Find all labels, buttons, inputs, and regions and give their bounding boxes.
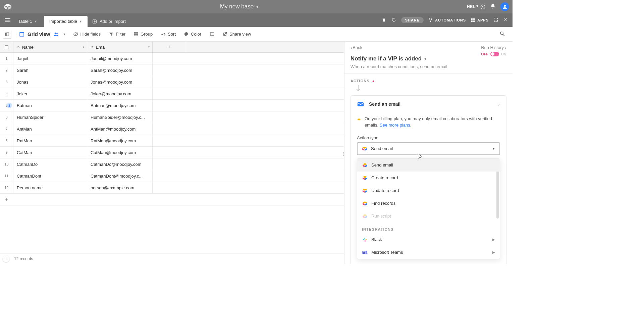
row-number[interactable]: 8 bbox=[0, 135, 13, 146]
table-tab-1[interactable]: Table 1 ▼ bbox=[13, 16, 43, 27]
panel-resize-handle[interactable] bbox=[343, 152, 344, 160]
row-number[interactable]: 6 bbox=[0, 111, 13, 123]
row-number[interactable]: 1 bbox=[0, 53, 13, 64]
cell-email[interactable]: Batman@moodjoy.com bbox=[87, 100, 153, 111]
run-history-button[interactable]: Run History › bbox=[481, 45, 506, 50]
cell-name[interactable]: Person name bbox=[13, 182, 87, 193]
cell-email[interactable]: CatmanDo@moodjoy.com bbox=[87, 158, 153, 170]
view-switcher[interactable]: Grid view ▼ bbox=[16, 29, 68, 39]
tab-label: Imported table bbox=[49, 19, 77, 24]
color-button[interactable]: Color bbox=[180, 30, 205, 39]
cell-email[interactable]: Sarah@moodjoy.com bbox=[87, 64, 153, 76]
share-button[interactable]: SHARE bbox=[401, 17, 424, 23]
base-title[interactable]: My new base ▼ bbox=[12, 3, 467, 10]
row-number[interactable]: 7 bbox=[0, 123, 13, 135]
table-row[interactable]: 3JonasJonas@moodjoy.com bbox=[0, 76, 344, 88]
cell-name[interactable]: CatmanDont bbox=[13, 170, 87, 182]
table-row[interactable]: 10CatmanDoCatmanDo@moodjoy.com bbox=[0, 158, 344, 170]
search-button[interactable] bbox=[495, 31, 510, 38]
cell-name[interactable]: Sarah bbox=[13, 64, 87, 76]
table-row[interactable]: 4JokerJoker@moodjoy.com bbox=[0, 88, 344, 100]
menu-item-ms-teams[interactable]: T Microsoft Teams ▶ bbox=[357, 246, 500, 259]
cell-name[interactable]: CatMan bbox=[13, 147, 87, 158]
cell-email[interactable]: person@example.com bbox=[87, 182, 153, 193]
row-number[interactable]: 2 bbox=[0, 64, 13, 76]
table-row[interactable]: 6HumanSpiderHumanSpider@moodjoy.c... bbox=[0, 111, 344, 123]
action-card-header[interactable]: Send an email ⌄ bbox=[351, 96, 506, 112]
app-logo[interactable] bbox=[3, 2, 12, 11]
svg-point-5 bbox=[504, 5, 506, 7]
table-row[interactable]: 9CatManCatMan@moodjoy.com bbox=[0, 147, 344, 158]
svg-marker-39 bbox=[365, 148, 367, 151]
table-row[interactable]: 52BatmanBatman@moodjoy.com bbox=[0, 100, 344, 111]
row-number[interactable]: 12 bbox=[0, 182, 13, 193]
user-avatar[interactable] bbox=[500, 2, 509, 11]
cell-email[interactable]: HumanSpider@moodjoy.c... bbox=[87, 111, 153, 123]
row-number[interactable]: 9 bbox=[0, 147, 13, 158]
menu-item-run-script[interactable]: Run script bbox=[357, 210, 500, 223]
trash-icon[interactable] bbox=[381, 17, 386, 23]
cell-email[interactable]: RatMan@moodjoy.com bbox=[87, 135, 153, 146]
table-row[interactable]: 1JaquilJaquil@moodjoy.com bbox=[0, 53, 344, 64]
row-height-button[interactable] bbox=[206, 30, 218, 39]
automations-button[interactable]: AUTOMATIONS bbox=[428, 18, 466, 22]
menu-item-send-email[interactable]: Send email bbox=[357, 159, 500, 172]
back-button[interactable]: ‹ Back bbox=[351, 45, 362, 50]
select-all-checkbox[interactable] bbox=[0, 42, 13, 52]
menu-item-create-record[interactable]: Create record bbox=[357, 172, 500, 184]
apps-button[interactable]: APPS bbox=[471, 18, 489, 22]
column-header-email[interactable]: A Email ▼ bbox=[87, 42, 153, 52]
expand-icon[interactable] bbox=[493, 17, 498, 23]
comment-badge[interactable]: 2 bbox=[7, 103, 12, 108]
cell-name[interactable]: RatMan bbox=[13, 135, 87, 146]
close-icon[interactable] bbox=[503, 17, 508, 23]
cell-name[interactable]: CatmanDo bbox=[13, 158, 87, 170]
action-type-select[interactable]: Send email ▼ bbox=[357, 142, 500, 155]
filter-button[interactable]: Filter bbox=[105, 30, 129, 39]
cell-name[interactable]: AntMan bbox=[13, 123, 87, 135]
menu-item-update-record[interactable]: Update record bbox=[357, 184, 500, 197]
menu-item-find-records[interactable]: Find records bbox=[357, 197, 500, 210]
cell-email[interactable]: Joker@moodjoy.com bbox=[87, 88, 153, 99]
table-row[interactable]: 12Person nameperson@example.com bbox=[0, 182, 344, 194]
hide-fields-button[interactable]: Hide fields bbox=[70, 30, 104, 39]
help-button[interactable]: HELP ? bbox=[467, 4, 485, 9]
row-number[interactable]: 3 bbox=[0, 76, 13, 88]
see-more-plans-link[interactable]: See more plans bbox=[380, 123, 410, 128]
sort-button[interactable]: Sort bbox=[157, 30, 179, 39]
row-number[interactable]: 11 bbox=[0, 170, 13, 182]
add-row[interactable]: + bbox=[0, 194, 344, 205]
history-icon[interactable] bbox=[391, 17, 396, 23]
row-number[interactable]: 52 bbox=[0, 100, 13, 111]
table-row[interactable]: 8RatManRatMan@moodjoy.com bbox=[0, 135, 344, 147]
cell-email[interactable]: CatmanDont@moodjoy.c... bbox=[87, 170, 153, 182]
share-view-button[interactable]: Share view bbox=[219, 30, 254, 39]
table-row[interactable]: 7AntManAntMan@moodjoy.com bbox=[0, 123, 344, 135]
cell-name[interactable]: HumanSpider bbox=[13, 111, 87, 123]
cell-name[interactable]: Batman bbox=[13, 100, 87, 111]
cell-name[interactable]: Joker bbox=[13, 88, 87, 99]
cell-email[interactable]: AntMan@moodjoy.com bbox=[87, 123, 153, 135]
column-header-name[interactable]: A Name ▼ bbox=[13, 42, 87, 52]
add-record-fab[interactable]: + bbox=[3, 255, 9, 262]
automation-toggle[interactable] bbox=[490, 52, 499, 56]
cell-name[interactable]: Jaquil bbox=[13, 53, 87, 64]
main-menu-icon[interactable] bbox=[3, 13, 13, 27]
table-tab-imported[interactable]: Imported table ▼ bbox=[44, 16, 88, 27]
automation-title[interactable]: Notify me if a VIP is added ▼ bbox=[351, 55, 427, 62]
menu-item-slack[interactable]: Slack ▶ bbox=[357, 233, 500, 246]
group-button[interactable]: Group bbox=[130, 30, 156, 39]
toggle-sidebar-button[interactable] bbox=[3, 30, 11, 39]
add-column-button[interactable]: + bbox=[153, 42, 186, 52]
row-number[interactable]: 4 bbox=[0, 88, 13, 99]
cell-email[interactable]: Jonas@moodjoy.com bbox=[87, 76, 153, 88]
cell-name[interactable]: Jonas bbox=[13, 76, 87, 88]
help-label: HELP bbox=[467, 4, 478, 9]
table-row[interactable]: 11CatmanDontCatmanDont@moodjoy.c... bbox=[0, 170, 344, 182]
notifications-icon[interactable] bbox=[490, 3, 496, 10]
table-row[interactable]: 2SarahSarah@moodjoy.com bbox=[0, 64, 344, 76]
row-number[interactable]: 10 bbox=[0, 158, 13, 170]
cell-email[interactable]: CatMan@moodjoy.com bbox=[87, 147, 153, 158]
cell-email[interactable]: Jaquil@moodjoy.com bbox=[87, 53, 153, 64]
add-or-import-button[interactable]: Add or import bbox=[89, 16, 129, 27]
